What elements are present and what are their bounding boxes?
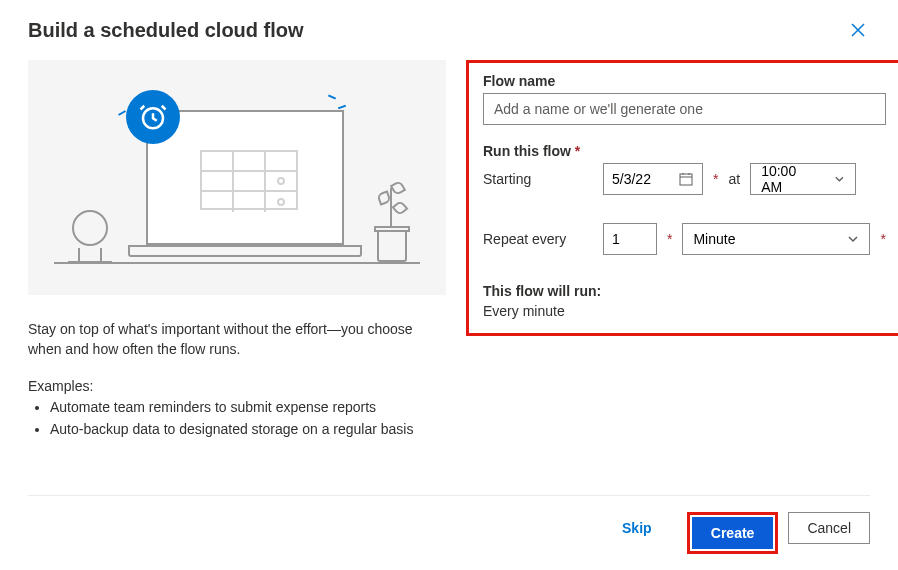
starting-date-input[interactable]: 5/3/22 xyxy=(603,163,703,195)
chevron-down-icon xyxy=(834,173,845,185)
starting-label: Starting xyxy=(483,171,593,187)
chevron-down-icon xyxy=(847,233,859,245)
plant-illustration xyxy=(372,160,412,262)
dialog-footer: Skip Create Cancel xyxy=(28,495,870,570)
dialog-title: Build a scheduled cloud flow xyxy=(28,19,304,42)
flow-name-label: Flow name xyxy=(483,73,886,89)
repeat-label: Repeat every xyxy=(483,231,593,247)
svg-rect-1 xyxy=(680,174,692,185)
at-label: at xyxy=(728,171,740,187)
example-item: Auto-backup data to designated storage o… xyxy=(50,418,446,440)
summary-label: This flow will run: xyxy=(483,283,886,299)
clock-illustration xyxy=(68,210,112,264)
alarm-clock-icon xyxy=(126,90,180,144)
illustration xyxy=(28,60,446,295)
create-button[interactable]: Create xyxy=(692,517,774,549)
run-flow-label: Run this flow * xyxy=(483,143,886,159)
close-button[interactable] xyxy=(846,18,870,42)
skip-button[interactable]: Skip xyxy=(597,512,677,544)
repeat-unit-select[interactable]: Minute xyxy=(682,223,870,255)
repeat-value-input[interactable] xyxy=(603,223,657,255)
examples-label: Examples: xyxy=(28,378,446,394)
cancel-button[interactable]: Cancel xyxy=(788,512,870,544)
flow-name-input[interactable] xyxy=(483,93,886,125)
close-icon xyxy=(850,22,866,38)
calendar-icon xyxy=(678,171,694,187)
starting-time-select[interactable]: 10:00 AM xyxy=(750,163,856,195)
form-panel: Flow name Run this flow * Starting 5/3/2… xyxy=(466,60,898,336)
summary-text: Every minute xyxy=(483,303,886,319)
example-item: Automate team reminders to submit expens… xyxy=(50,396,446,418)
examples-list: Automate team reminders to submit expens… xyxy=(28,396,446,441)
description-text: Stay on top of what's important without … xyxy=(28,319,446,360)
